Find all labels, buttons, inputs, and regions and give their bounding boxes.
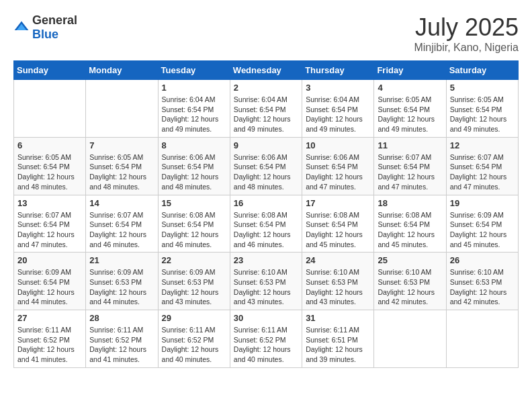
day-cell: 29Sunrise: 6:11 AMSunset: 6:52 PMDayligh…: [158, 310, 230, 368]
month-title: July 2025: [414, 13, 519, 42]
weekday-header-saturday: Saturday: [446, 61, 518, 80]
week-row-4: 20Sunrise: 6:09 AMSunset: 6:54 PMDayligh…: [14, 253, 519, 310]
day-cell: 13Sunrise: 6:07 AMSunset: 6:54 PMDayligh…: [14, 195, 86, 253]
day-cell: 25Sunrise: 6:10 AMSunset: 6:53 PMDayligh…: [374, 253, 446, 310]
week-row-3: 13Sunrise: 6:07 AMSunset: 6:54 PMDayligh…: [14, 195, 519, 253]
day-number: 5: [450, 83, 515, 93]
day-number: 8: [162, 140, 226, 150]
day-number: 4: [378, 83, 442, 93]
day-info: Sunrise: 6:11 AMSunset: 6:52 PMDaylight:…: [162, 325, 226, 365]
day-cell: [446, 310, 518, 368]
logo-icon: [13, 19, 30, 36]
day-info: Sunrise: 6:08 AMSunset: 6:54 PMDaylight:…: [306, 210, 370, 250]
day-info: Sunrise: 6:04 AMSunset: 6:54 PMDaylight:…: [306, 95, 370, 134]
weekday-header-tuesday: Tuesday: [158, 61, 230, 80]
logo: General Blue: [13, 13, 77, 42]
day-number: 7: [89, 140, 154, 150]
day-cell: [374, 310, 446, 368]
day-cell: 20Sunrise: 6:09 AMSunset: 6:54 PMDayligh…: [14, 253, 86, 310]
day-number: 23: [234, 255, 298, 265]
week-row-5: 27Sunrise: 6:11 AMSunset: 6:52 PMDayligh…: [14, 310, 519, 368]
day-info: Sunrise: 6:05 AMSunset: 6:54 PMDaylight:…: [17, 152, 82, 192]
day-number: 26: [450, 255, 515, 265]
day-cell: 28Sunrise: 6:11 AMSunset: 6:52 PMDayligh…: [86, 310, 158, 368]
day-cell: 14Sunrise: 6:07 AMSunset: 6:54 PMDayligh…: [86, 195, 158, 253]
day-number: 3: [306, 83, 370, 93]
day-number: 16: [234, 198, 298, 208]
day-info: Sunrise: 6:08 AMSunset: 6:54 PMDaylight:…: [234, 210, 298, 250]
weekday-header-friday: Friday: [374, 61, 446, 80]
day-cell: 22Sunrise: 6:09 AMSunset: 6:53 PMDayligh…: [158, 253, 230, 310]
day-info: Sunrise: 6:09 AMSunset: 6:54 PMDaylight:…: [17, 267, 82, 307]
day-cell: 9Sunrise: 6:06 AMSunset: 6:54 PMDaylight…: [230, 137, 302, 195]
weekday-header-thursday: Thursday: [302, 61, 374, 80]
day-number: 6: [17, 140, 82, 150]
page-header: General Blue July 2025 Minjibir, Kano, N…: [13, 13, 519, 54]
day-number: 17: [306, 198, 370, 208]
day-number: 10: [306, 140, 370, 150]
day-info: Sunrise: 6:11 AMSunset: 6:51 PMDaylight:…: [306, 325, 370, 365]
day-number: 21: [89, 255, 154, 265]
day-cell: 4Sunrise: 6:05 AMSunset: 6:54 PMDaylight…: [374, 80, 446, 138]
day-number: 31: [306, 313, 370, 323]
day-number: 9: [234, 140, 298, 150]
day-number: 29: [162, 313, 226, 323]
day-info: Sunrise: 6:05 AMSunset: 6:54 PMDaylight:…: [378, 95, 442, 134]
day-info: Sunrise: 6:06 AMSunset: 6:54 PMDaylight:…: [234, 152, 298, 192]
day-info: Sunrise: 6:04 AMSunset: 6:54 PMDaylight:…: [162, 95, 226, 134]
weekday-header-row: SundayMondayTuesdayWednesdayThursdayFrid…: [14, 61, 519, 80]
day-cell: 21Sunrise: 6:09 AMSunset: 6:53 PMDayligh…: [86, 253, 158, 310]
week-row-2: 6Sunrise: 6:05 AMSunset: 6:54 PMDaylight…: [14, 137, 519, 195]
day-number: 20: [17, 255, 82, 265]
day-info: Sunrise: 6:07 AMSunset: 6:54 PMDaylight:…: [378, 152, 442, 192]
day-number: 24: [306, 255, 370, 265]
day-number: 12: [450, 140, 515, 150]
day-info: Sunrise: 6:07 AMSunset: 6:54 PMDaylight:…: [89, 210, 154, 250]
day-info: Sunrise: 6:11 AMSunset: 6:52 PMDaylight:…: [17, 325, 82, 365]
logo-text-blue: Blue: [32, 28, 58, 41]
day-cell: 26Sunrise: 6:10 AMSunset: 6:53 PMDayligh…: [446, 253, 518, 310]
day-cell: 8Sunrise: 6:06 AMSunset: 6:54 PMDaylight…: [158, 137, 230, 195]
day-number: 27: [17, 313, 82, 323]
title-block: July 2025 Minjibir, Kano, Nigeria: [414, 13, 519, 54]
day-cell: 5Sunrise: 6:05 AMSunset: 6:54 PMDaylight…: [446, 80, 518, 138]
day-info: Sunrise: 6:08 AMSunset: 6:54 PMDaylight:…: [378, 210, 442, 250]
day-cell: 7Sunrise: 6:05 AMSunset: 6:54 PMDaylight…: [86, 137, 158, 195]
day-cell: 10Sunrise: 6:06 AMSunset: 6:54 PMDayligh…: [302, 137, 374, 195]
day-number: 25: [378, 255, 442, 265]
day-cell: 31Sunrise: 6:11 AMSunset: 6:51 PMDayligh…: [302, 310, 374, 368]
day-number: 1: [162, 83, 226, 93]
day-info: Sunrise: 6:09 AMSunset: 6:53 PMDaylight:…: [89, 267, 154, 307]
day-number: 13: [17, 198, 82, 208]
day-info: Sunrise: 6:09 AMSunset: 6:54 PMDaylight:…: [450, 210, 515, 250]
day-info: Sunrise: 6:09 AMSunset: 6:53 PMDaylight:…: [162, 267, 226, 307]
logo-text-general: General: [32, 13, 77, 27]
day-number: 22: [162, 255, 226, 265]
day-cell: 1Sunrise: 6:04 AMSunset: 6:54 PMDaylight…: [158, 80, 230, 138]
day-cell: 23Sunrise: 6:10 AMSunset: 6:53 PMDayligh…: [230, 253, 302, 310]
day-cell: 6Sunrise: 6:05 AMSunset: 6:54 PMDaylight…: [14, 137, 86, 195]
day-cell: [14, 80, 86, 138]
day-info: Sunrise: 6:05 AMSunset: 6:54 PMDaylight:…: [89, 152, 154, 192]
day-cell: [86, 80, 158, 138]
day-number: 18: [378, 198, 442, 208]
day-info: Sunrise: 6:05 AMSunset: 6:54 PMDaylight:…: [450, 95, 515, 134]
day-cell: 3Sunrise: 6:04 AMSunset: 6:54 PMDaylight…: [302, 80, 374, 138]
day-info: Sunrise: 6:06 AMSunset: 6:54 PMDaylight:…: [162, 152, 226, 192]
day-info: Sunrise: 6:06 AMSunset: 6:54 PMDaylight:…: [306, 152, 370, 192]
day-info: Sunrise: 6:07 AMSunset: 6:54 PMDaylight:…: [450, 152, 515, 192]
day-cell: 15Sunrise: 6:08 AMSunset: 6:54 PMDayligh…: [158, 195, 230, 253]
day-number: 11: [378, 140, 442, 150]
day-number: 30: [234, 313, 298, 323]
day-info: Sunrise: 6:07 AMSunset: 6:54 PMDaylight:…: [17, 210, 82, 250]
day-info: Sunrise: 6:11 AMSunset: 6:52 PMDaylight:…: [89, 325, 154, 365]
day-cell: 16Sunrise: 6:08 AMSunset: 6:54 PMDayligh…: [230, 195, 302, 253]
weekday-header-sunday: Sunday: [14, 61, 86, 80]
day-cell: 18Sunrise: 6:08 AMSunset: 6:54 PMDayligh…: [374, 195, 446, 253]
day-info: Sunrise: 6:10 AMSunset: 6:53 PMDaylight:…: [378, 267, 442, 307]
day-number: 2: [234, 83, 298, 93]
weekday-header-wednesday: Wednesday: [230, 61, 302, 80]
calendar: SundayMondayTuesdayWednesdayThursdayFrid…: [13, 60, 519, 368]
day-cell: 19Sunrise: 6:09 AMSunset: 6:54 PMDayligh…: [446, 195, 518, 253]
day-number: 19: [450, 198, 515, 208]
